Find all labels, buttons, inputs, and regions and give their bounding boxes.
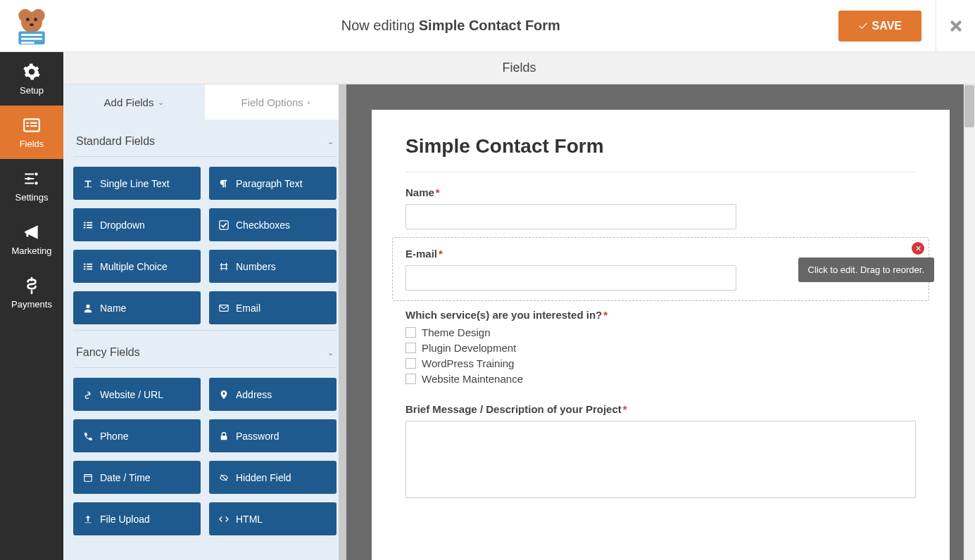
svg-point-31 [86, 304, 89, 307]
svg-point-15 [34, 172, 37, 175]
field-numbers[interactable]: Numbers [209, 250, 336, 283]
checkbox-input[interactable] [405, 343, 416, 353]
chevron-down-icon: ⌄ [327, 137, 334, 146]
svg-point-3 [26, 18, 30, 21]
main-nav: Setup Fields Settings Marketing Payments [0, 52, 63, 560]
field-website-url[interactable]: Website / URL [73, 378, 201, 411]
svg-rect-13 [26, 125, 28, 127]
delete-field-button[interactable]: ✕ [912, 242, 924, 255]
nav-marketing[interactable]: Marketing [0, 212, 63, 266]
nav-setup[interactable]: Setup [0, 52, 63, 106]
field-dropdown[interactable]: Dropdown [73, 208, 201, 241]
svg-point-2 [21, 11, 42, 32]
form-canvas[interactable]: Simple Contact Form Name* ✕ Click to edi… [372, 110, 950, 560]
svg-rect-19 [87, 222, 92, 223]
checkbox-option[interactable]: Theme Design [405, 326, 916, 338]
svg-rect-28 [87, 266, 92, 267]
svg-rect-11 [26, 122, 28, 123]
field-email[interactable]: ✕ Click to edit. Drag to reorder. E-mail… [392, 237, 929, 301]
sidebar-scrollbar[interactable] [339, 84, 346, 560]
field-services[interactable]: Which service(s) are you interested in?*… [405, 309, 916, 385]
svg-rect-34 [84, 474, 92, 481]
chevron-down-icon: ⌄ [327, 348, 334, 357]
topbar: Now editing Simple Contact Form SAVE [0, 0, 975, 52]
svg-rect-33 [221, 435, 227, 440]
form-title: Simple Contact Form [405, 135, 916, 172]
field-email[interactable]: Email [209, 291, 336, 324]
field-name[interactable]: Name [73, 291, 201, 324]
chevron-down-icon: ⌄ [158, 98, 164, 107]
checkbox-option[interactable]: Plugin Development [405, 342, 916, 354]
field-paragraph-text[interactable]: Paragraph Text [209, 167, 336, 200]
group-fancy-fields[interactable]: Fancy Fields⌄ [73, 331, 336, 368]
svg-point-4 [34, 18, 37, 21]
svg-rect-30 [87, 268, 92, 269]
close-button[interactable] [936, 0, 975, 52]
checkbox-option[interactable]: WordPress Training [405, 357, 916, 369]
svg-rect-12 [30, 122, 37, 123]
fields-sidebar: Add Fields⌄ Field Options› Standard Fiel… [63, 84, 346, 560]
editing-title: Now editing Simple Contact Form [63, 18, 838, 34]
checkbox-input[interactable] [405, 358, 416, 369]
field-label: Name* [405, 186, 916, 198]
svg-rect-32 [220, 305, 228, 311]
field-tooltip: Click to edit. Drag to reorder. [798, 257, 934, 282]
field-single-line-text[interactable]: Single Line Text [73, 167, 201, 200]
nav-settings[interactable]: Settings [0, 159, 63, 212]
svg-rect-7 [21, 34, 42, 36]
field-label: Which service(s) are you interested in?* [405, 309, 916, 321]
svg-rect-9 [21, 42, 34, 44]
svg-point-17 [27, 177, 30, 179]
chevron-right-icon: › [308, 98, 310, 106]
svg-rect-23 [87, 227, 92, 228]
tab-field-options[interactable]: Field Options› [205, 84, 346, 120]
email-input[interactable] [405, 265, 736, 291]
field-date-time[interactable]: Date / Time [73, 461, 201, 494]
svg-rect-20 [84, 224, 86, 226]
field-message[interactable]: Brief Message / Description of your Proj… [405, 403, 916, 501]
nav-payments[interactable]: Payments [0, 266, 63, 319]
svg-rect-14 [30, 125, 37, 127]
svg-rect-21 [87, 224, 92, 226]
field-file-upload[interactable]: File Upload [73, 502, 201, 535]
checkbox-input[interactable] [405, 374, 416, 384]
field-html[interactable]: HTML [209, 502, 336, 535]
svg-rect-27 [84, 266, 86, 267]
field-phone[interactable]: Phone [73, 419, 201, 452]
checkbox-option[interactable]: Website Maintenance [405, 373, 916, 385]
app-logo [0, 6, 63, 46]
svg-rect-25 [84, 263, 86, 265]
svg-rect-18 [84, 222, 86, 223]
field-hidden[interactable]: Hidden Field [209, 461, 336, 494]
field-password[interactable]: Password [209, 419, 336, 452]
svg-point-5 [30, 23, 34, 26]
svg-rect-29 [84, 268, 86, 269]
svg-rect-8 [21, 37, 42, 39]
form-preview: Simple Contact Form Name* ✕ Click to edi… [346, 84, 975, 560]
tab-add-fields[interactable]: Add Fields⌄ [63, 84, 205, 120]
section-title: Fields [63, 52, 975, 84]
message-textarea[interactable] [405, 421, 916, 498]
checkbox-input[interactable] [405, 327, 416, 338]
field-checkboxes[interactable]: Checkboxes [209, 208, 336, 241]
group-standard-fields[interactable]: Standard Fields⌄ [73, 120, 336, 157]
field-label: Brief Message / Description of your Proj… [405, 403, 916, 415]
svg-point-16 [34, 182, 37, 184]
svg-rect-26 [87, 263, 92, 265]
preview-scrollbar[interactable] [964, 84, 975, 560]
field-name[interactable]: Name* [405, 186, 916, 229]
field-address[interactable]: Address [209, 378, 336, 411]
svg-rect-24 [220, 220, 228, 229]
name-input[interactable] [405, 204, 736, 229]
field-multiple-choice[interactable]: Multiple Choice [73, 250, 201, 283]
svg-rect-22 [84, 227, 86, 228]
save-button[interactable]: SAVE [838, 11, 921, 42]
nav-fields[interactable]: Fields [0, 106, 63, 159]
